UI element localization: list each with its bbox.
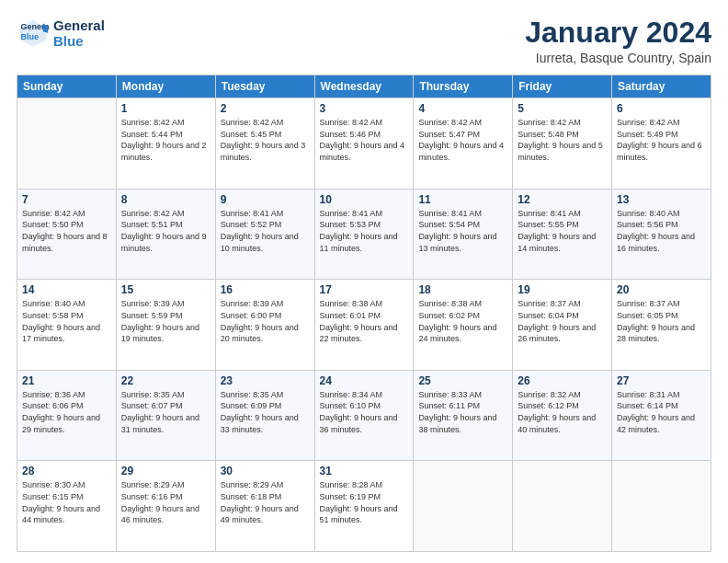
calendar-cell: 6Sunrise: 8:42 AMSunset: 5:49 PMDaylight… <box>612 98 711 190</box>
day-info: Sunrise: 8:41 AMSunset: 5:55 PMDaylight:… <box>518 208 607 254</box>
calendar-cell: 27Sunrise: 8:31 AMSunset: 6:14 PMDayligh… <box>612 370 711 461</box>
calendar-cell: 10Sunrise: 8:41 AMSunset: 5:53 PMDayligh… <box>314 189 414 280</box>
calendar-cell: 28Sunrise: 8:30 AMSunset: 6:15 PMDayligh… <box>17 461 117 552</box>
day-number: 31 <box>320 465 409 477</box>
day-number: 30 <box>221 465 310 477</box>
day-number: 16 <box>221 283 310 296</box>
day-number: 11 <box>418 193 507 206</box>
day-number: 9 <box>221 193 310 206</box>
day-info: Sunrise: 8:28 AMSunset: 6:19 PMDaylight:… <box>320 479 409 525</box>
calendar-cell: 7Sunrise: 8:42 AMSunset: 5:50 PMDaylight… <box>17 189 117 280</box>
calendar-cell: 20Sunrise: 8:37 AMSunset: 6:05 PMDayligh… <box>612 280 711 371</box>
calendar-cell: 29Sunrise: 8:29 AMSunset: 6:16 PMDayligh… <box>116 461 215 552</box>
col-header-monday: Monday <box>116 75 215 98</box>
day-number: 24 <box>320 374 409 387</box>
day-number: 22 <box>121 374 210 387</box>
day-number: 1 <box>121 102 210 115</box>
logo-text-general: General <box>53 17 105 33</box>
day-info: Sunrise: 8:42 AMSunset: 5:45 PMDaylight:… <box>221 117 310 163</box>
calendar-cell: 14Sunrise: 8:40 AMSunset: 5:58 PMDayligh… <box>17 280 117 371</box>
day-info: Sunrise: 8:36 AMSunset: 6:06 PMDaylight:… <box>22 389 111 435</box>
logo-icon: General Blue <box>17 17 50 50</box>
col-header-wednesday: Wednesday <box>314 75 414 98</box>
location-title: Iurreta, Basque Country, Spain <box>525 51 711 65</box>
day-number: 18 <box>418 283 507 296</box>
day-info: Sunrise: 8:42 AMSunset: 5:51 PMDaylight:… <box>121 208 210 254</box>
day-info: Sunrise: 8:42 AMSunset: 5:46 PMDaylight:… <box>320 117 409 163</box>
day-number: 28 <box>22 465 111 477</box>
svg-text:Blue: Blue <box>21 32 40 41</box>
day-number: 7 <box>22 193 111 206</box>
calendar-cell: 8Sunrise: 8:42 AMSunset: 5:51 PMDaylight… <box>116 189 215 280</box>
calendar-cell <box>612 461 711 552</box>
calendar-cell: 25Sunrise: 8:33 AMSunset: 6:11 PMDayligh… <box>414 370 513 461</box>
day-number: 6 <box>617 102 706 115</box>
calendar-cell: 18Sunrise: 8:38 AMSunset: 6:02 PMDayligh… <box>414 280 513 371</box>
day-number: 23 <box>221 374 310 387</box>
week-row-5: 28Sunrise: 8:30 AMSunset: 6:15 PMDayligh… <box>17 461 711 552</box>
day-info: Sunrise: 8:39 AMSunset: 5:59 PMDaylight:… <box>121 298 210 344</box>
day-number: 12 <box>518 193 607 206</box>
calendar-page: General Blue General Blue January 2024 I… <box>0 0 728 563</box>
calendar-cell: 13Sunrise: 8:40 AMSunset: 5:56 PMDayligh… <box>612 189 711 280</box>
day-info: Sunrise: 8:42 AMSunset: 5:50 PMDaylight:… <box>22 208 111 254</box>
logo-text-blue: Blue <box>53 33 105 49</box>
week-row-1: 1Sunrise: 8:42 AMSunset: 5:44 PMDaylight… <box>17 98 711 190</box>
day-info: Sunrise: 8:29 AMSunset: 6:18 PMDaylight:… <box>221 479 310 525</box>
day-number: 2 <box>221 102 310 115</box>
day-info: Sunrise: 8:41 AMSunset: 5:54 PMDaylight:… <box>418 208 507 254</box>
day-number: 4 <box>418 102 507 115</box>
day-number: 17 <box>320 283 409 296</box>
day-info: Sunrise: 8:41 AMSunset: 5:52 PMDaylight:… <box>221 208 310 254</box>
day-info: Sunrise: 8:40 AMSunset: 5:58 PMDaylight:… <box>22 298 111 344</box>
day-number: 13 <box>617 193 706 206</box>
calendar-table: SundayMondayTuesdayWednesdayThursdayFrid… <box>17 75 711 552</box>
header: General Blue General Blue January 2024 I… <box>17 17 711 65</box>
calendar-cell: 5Sunrise: 8:42 AMSunset: 5:48 PMDaylight… <box>513 98 612 190</box>
calendar-cell: 26Sunrise: 8:32 AMSunset: 6:12 PMDayligh… <box>513 370 612 461</box>
week-row-3: 14Sunrise: 8:40 AMSunset: 5:58 PMDayligh… <box>17 280 711 371</box>
calendar-cell: 16Sunrise: 8:39 AMSunset: 6:00 PMDayligh… <box>215 280 314 371</box>
day-info: Sunrise: 8:38 AMSunset: 6:02 PMDaylight:… <box>418 298 507 344</box>
calendar-cell: 2Sunrise: 8:42 AMSunset: 5:45 PMDaylight… <box>215 98 314 190</box>
day-info: Sunrise: 8:39 AMSunset: 6:00 PMDaylight:… <box>221 298 310 344</box>
calendar-cell: 19Sunrise: 8:37 AMSunset: 6:04 PMDayligh… <box>513 280 612 371</box>
day-info: Sunrise: 8:37 AMSunset: 6:05 PMDaylight:… <box>617 298 706 344</box>
col-header-thursday: Thursday <box>414 75 513 98</box>
calendar-cell <box>17 98 117 190</box>
calendar-cell: 24Sunrise: 8:34 AMSunset: 6:10 PMDayligh… <box>314 370 414 461</box>
day-info: Sunrise: 8:38 AMSunset: 6:01 PMDaylight:… <box>320 298 409 344</box>
calendar-cell <box>513 461 612 552</box>
day-info: Sunrise: 8:37 AMSunset: 6:04 PMDaylight:… <box>518 298 607 344</box>
day-number: 3 <box>320 102 409 115</box>
month-title: January 2024 <box>525 17 711 49</box>
logo: General Blue General Blue <box>17 17 105 50</box>
day-info: Sunrise: 8:34 AMSunset: 6:10 PMDaylight:… <box>320 389 409 435</box>
calendar-cell: 21Sunrise: 8:36 AMSunset: 6:06 PMDayligh… <box>17 370 117 461</box>
day-info: Sunrise: 8:29 AMSunset: 6:16 PMDaylight:… <box>121 479 210 525</box>
col-header-sunday: Sunday <box>17 75 117 98</box>
day-number: 8 <box>121 193 210 206</box>
calendar-cell: 4Sunrise: 8:42 AMSunset: 5:47 PMDaylight… <box>414 98 513 190</box>
calendar-cell: 11Sunrise: 8:41 AMSunset: 5:54 PMDayligh… <box>414 189 513 280</box>
day-info: Sunrise: 8:42 AMSunset: 5:48 PMDaylight:… <box>518 117 607 163</box>
day-number: 26 <box>518 374 607 387</box>
calendar-cell: 31Sunrise: 8:28 AMSunset: 6:19 PMDayligh… <box>314 461 414 552</box>
day-number: 29 <box>121 465 210 477</box>
week-row-4: 21Sunrise: 8:36 AMSunset: 6:06 PMDayligh… <box>17 370 711 461</box>
calendar-cell: 3Sunrise: 8:42 AMSunset: 5:46 PMDaylight… <box>314 98 414 190</box>
calendar-cell <box>414 461 513 552</box>
calendar-cell: 12Sunrise: 8:41 AMSunset: 5:55 PMDayligh… <box>513 189 612 280</box>
day-info: Sunrise: 8:32 AMSunset: 6:12 PMDaylight:… <box>518 389 607 435</box>
day-info: Sunrise: 8:42 AMSunset: 5:44 PMDaylight:… <box>121 117 210 163</box>
day-number: 19 <box>518 283 607 296</box>
day-number: 25 <box>418 374 507 387</box>
col-header-saturday: Saturday <box>612 75 711 98</box>
day-info: Sunrise: 8:40 AMSunset: 5:56 PMDaylight:… <box>617 208 706 254</box>
day-number: 10 <box>320 193 409 206</box>
day-info: Sunrise: 8:35 AMSunset: 6:09 PMDaylight:… <box>221 389 310 435</box>
col-header-tuesday: Tuesday <box>215 75 314 98</box>
day-info: Sunrise: 8:35 AMSunset: 6:07 PMDaylight:… <box>121 389 210 435</box>
calendar-cell: 30Sunrise: 8:29 AMSunset: 6:18 PMDayligh… <box>215 461 314 552</box>
day-number: 27 <box>617 374 706 387</box>
